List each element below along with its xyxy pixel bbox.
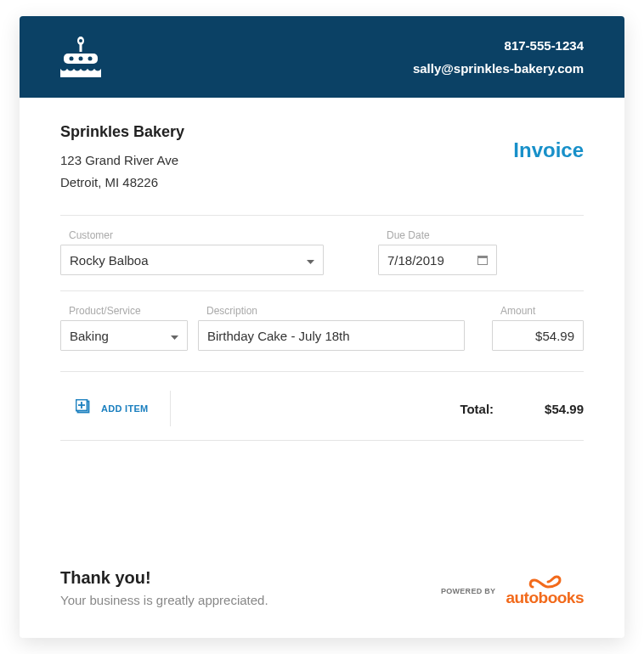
customer-value: Rocky Balboa	[70, 253, 149, 268]
autobooks-brand-text: autobooks	[506, 589, 584, 607]
svg-rect-1	[80, 43, 82, 52]
chevron-down-icon	[171, 329, 178, 343]
svg-point-7	[79, 39, 82, 42]
product-field[interactable]: Product/Service Baking	[60, 305, 188, 351]
company-name: Sprinkles Bakery	[60, 123, 184, 141]
calendar-icon	[477, 253, 488, 268]
svg-point-6	[88, 57, 93, 61]
cake-icon	[60, 35, 101, 79]
add-item-icon	[76, 399, 91, 418]
amount-label: Amount	[492, 305, 584, 317]
invoice-card: 817-555-1234 sally@sprinkles-bakery.com …	[20, 16, 624, 638]
invoice-title: Invoice	[513, 138, 584, 162]
divider	[60, 215, 584, 216]
autobooks-logo: autobooks	[506, 575, 584, 607]
product-label: Product/Service	[60, 305, 188, 317]
invoice-body: Sprinkles Bakery 123 Grand River Ave Det…	[20, 98, 624, 638]
description-value: Birthday Cake - July 18th	[207, 329, 350, 343]
contact-block: 817-555-1234 sally@sprinkles-bakery.com	[413, 34, 584, 80]
company-address: 123 Grand River Ave	[60, 149, 184, 172]
divider	[60, 290, 584, 291]
chevron-down-icon	[307, 253, 314, 268]
due-date-field[interactable]: Due Date 7/18/2019	[378, 229, 497, 275]
add-item-button[interactable]: ADD ITEM	[60, 391, 171, 426]
company-block: Sprinkles Bakery 123 Grand River Ave Det…	[60, 123, 184, 193]
divider	[60, 440, 584, 441]
thank-you-title: Thank you!	[60, 568, 268, 588]
due-date-value: 7/18/2019	[387, 253, 444, 268]
add-item-label: ADD ITEM	[101, 403, 149, 414]
divider	[60, 371, 584, 372]
contact-phone: 817-555-1234	[413, 34, 584, 57]
svg-point-4	[70, 57, 74, 61]
total-value: $54.99	[545, 402, 584, 416]
product-value: Baking	[70, 329, 109, 343]
description-label: Description	[198, 305, 465, 317]
customer-field[interactable]: Customer Rocky Balboa	[60, 229, 324, 275]
powered-by-label: POWERED BY	[441, 587, 496, 595]
company-city-state-zip: Detroit, MI 48226	[60, 172, 184, 194]
due-date-label: Due Date	[378, 229, 497, 241]
amount-field[interactable]: Amount $54.99	[492, 305, 584, 351]
contact-email: sally@sprinkles-bakery.com	[413, 57, 584, 80]
total-label: Total:	[460, 402, 545, 416]
svg-rect-9	[478, 256, 488, 258]
customer-label: Customer	[60, 229, 324, 241]
thank-you-sub: Your business is greatly appreciated.	[60, 593, 268, 607]
invoice-header: 817-555-1234 sally@sprinkles-bakery.com	[20, 16, 624, 98]
svg-point-5	[79, 57, 83, 61]
amount-value: $54.99	[535, 329, 574, 343]
thank-you-block: Thank you! Your business is greatly appr…	[60, 568, 268, 607]
powered-by-block: POWERED BY autobooks	[441, 575, 584, 607]
description-field[interactable]: Description Birthday Cake - July 18th	[198, 305, 465, 351]
